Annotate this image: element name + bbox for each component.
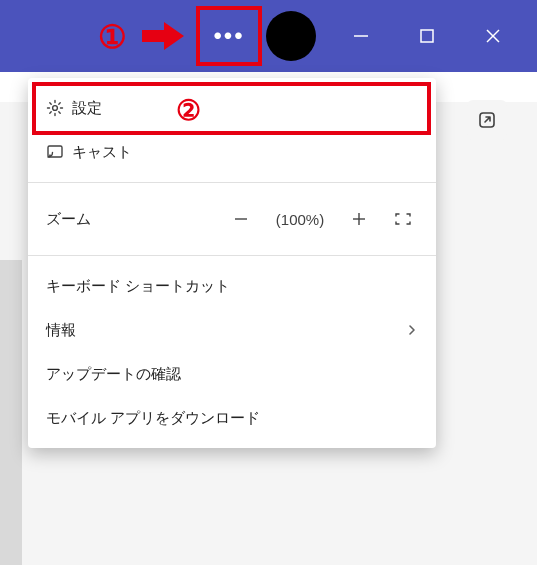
close-icon <box>484 27 502 45</box>
menu-item-download-mobile[interactable]: モバイル アプリをダウンロード <box>28 396 436 440</box>
svg-point-5 <box>53 106 58 111</box>
maximize-icon <box>418 27 436 45</box>
background-strip <box>0 260 22 565</box>
gear-icon <box>46 99 72 117</box>
menu-separator <box>28 255 436 256</box>
titlebar: ① ••• <box>0 0 537 72</box>
menu-item-label: モバイル アプリをダウンロード <box>46 409 260 428</box>
annotation-step-1: ① <box>98 18 127 56</box>
zoom-value: (100%) <box>270 211 330 228</box>
minimize-icon <box>352 27 370 45</box>
fullscreen-icon <box>394 212 412 226</box>
plus-icon <box>351 211 367 227</box>
profile-avatar[interactable] <box>266 11 316 61</box>
menu-item-label: キーボード ショートカット <box>46 277 230 296</box>
menu-item-zoom: ズーム (100%) <box>28 191 436 247</box>
close-button[interactable] <box>469 12 517 60</box>
more-options-button[interactable]: ••• <box>196 6 262 66</box>
menu-item-keyboard-shortcuts[interactable]: キーボード ショートカット <box>28 264 436 308</box>
menu-item-cast[interactable]: キャスト <box>28 130 436 174</box>
zoom-label: ズーム <box>46 210 91 229</box>
minimize-button[interactable] <box>337 12 385 60</box>
chevron-right-icon <box>406 322 418 339</box>
svg-rect-1 <box>421 30 433 42</box>
popout-icon <box>477 110 497 130</box>
zoom-in-button[interactable] <box>344 204 374 234</box>
menu-separator <box>28 182 436 183</box>
menu-item-about[interactable]: 情報 <box>28 308 436 352</box>
zoom-out-button[interactable] <box>226 204 256 234</box>
fullscreen-button[interactable] <box>388 204 418 234</box>
maximize-button[interactable] <box>403 12 451 60</box>
popout-button[interactable] <box>467 100 507 140</box>
menu-item-settings[interactable]: 設定 <box>28 86 436 130</box>
zoom-controls: (100%) <box>226 204 418 234</box>
minus-icon <box>233 211 249 227</box>
more-options-icon: ••• <box>213 24 244 48</box>
menu-item-check-updates[interactable]: アップデートの確認 <box>28 352 436 396</box>
overflow-menu: ② 設定 キャスト ズーム (100%) キーボード ショートカ <box>28 78 436 448</box>
menu-item-label: キャスト <box>72 143 132 162</box>
menu-item-label: 情報 <box>46 321 76 340</box>
cast-icon <box>46 143 72 161</box>
menu-item-label: アップデートの確認 <box>46 365 181 384</box>
annotation-arrow-icon <box>140 18 186 54</box>
menu-item-label: 設定 <box>72 99 102 118</box>
